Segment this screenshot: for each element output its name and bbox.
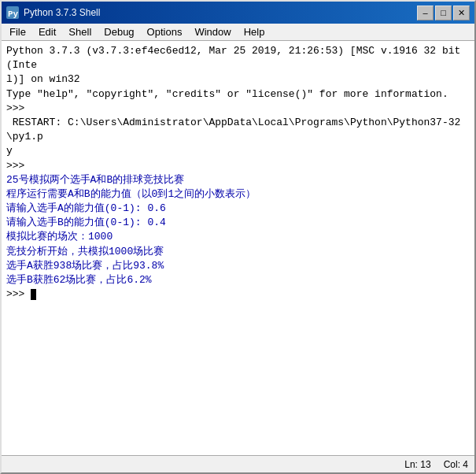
terminal-line: >>>	[6, 102, 470, 116]
menu-window[interactable]: Window	[188, 24, 237, 39]
menu-bar: File Edit Shell Debug Options Window Hel…	[2, 24, 474, 41]
python-icon: Py	[6, 6, 19, 19]
terminal-line: RESTART: C:\Users\Administrator\AppData\…	[6, 116, 470, 159]
menu-options[interactable]: Options	[141, 24, 189, 39]
menu-edit[interactable]: Edit	[32, 24, 62, 39]
terminal-line: 选手B获胜62场比赛，占比6.2%	[6, 273, 470, 287]
menu-file[interactable]: File	[3, 24, 32, 39]
terminal-line: 选手A获胜938场比赛，占比93.8%	[6, 259, 470, 273]
window-controls: – □ ✕	[417, 6, 470, 20]
terminal-line: Python 3.7.3 (v3.7.3:ef4ec6ed12, Mar 25 …	[6, 44, 470, 87]
menu-shell[interactable]: Shell	[62, 24, 98, 39]
cursor	[31, 289, 36, 300]
maximize-button[interactable]: □	[435, 6, 452, 20]
terminal-output[interactable]: Python 3.7.3 (v3.7.3:ef4ec6ed12, Mar 25 …	[2, 41, 474, 455]
svg-text:Py: Py	[8, 9, 19, 19]
status-col: Col: 4	[444, 459, 468, 470]
terminal-line: 请输入选手B的能力值(0-1): 0.4	[6, 216, 470, 230]
status-bar: Ln: 13 Col: 4	[2, 455, 474, 472]
status-line: Ln: 13	[404, 459, 430, 470]
window-title: Python 3.7.3 Shell	[24, 7, 412, 18]
terminal-line: 25号模拟两个选手A和B的排球竞技比赛	[6, 173, 470, 187]
menu-help[interactable]: Help	[238, 24, 271, 39]
minimize-button[interactable]: –	[417, 6, 434, 20]
menu-debug[interactable]: Debug	[98, 24, 140, 39]
terminal-line: 请输入选手A的能力值(0-1): 0.6	[6, 202, 470, 216]
terminal-line: 程序运行需要A和B的能力值（以0到1之间的小数表示）	[6, 187, 470, 202]
terminal-line: Type "help", "copyright", "credits" or "…	[6, 87, 470, 102]
close-button[interactable]: ✕	[453, 6, 470, 20]
window: Py Python 3.7.3 Shell – □ ✕ File Edit Sh…	[0, 0, 476, 474]
terminal-line: 模拟比赛的场次：1000	[6, 230, 470, 244]
terminal-line: >>>	[6, 159, 470, 173]
title-bar: Py Python 3.7.3 Shell – □ ✕	[2, 2, 474, 24]
terminal-prompt[interactable]: >>>	[6, 287, 470, 302]
terminal-line: 竞技分析开始，共模拟1000场比赛	[6, 245, 470, 259]
